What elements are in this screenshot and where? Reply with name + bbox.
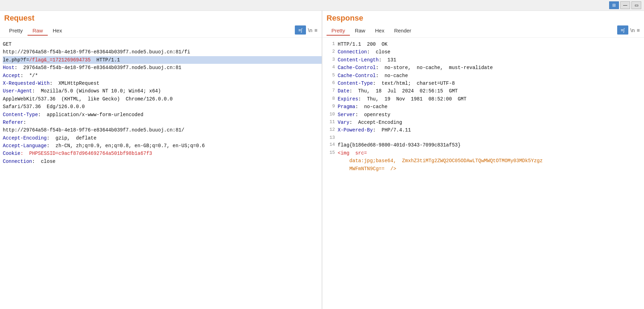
single-view-btn[interactable]: ▭ <box>631 1 641 9</box>
response-line: data:jpg;base64, ZmxhZ3tiMTg2ZWQ2OC05ODA… <box>325 157 644 165</box>
request-line: Accept-Encoding: gzip, deflate <box>3 134 322 142</box>
response-menu-btn[interactable]: ≡ <box>637 27 640 33</box>
line-number: 3 <box>325 56 335 64</box>
request-line: le.php?f=/flag&_=1721269694735 HTTP/1.1 <box>3 56 322 64</box>
split-view-btn[interactable]: ⊞ <box>609 1 619 9</box>
line-number: 15 <box>325 149 335 157</box>
response-panel: Response Pretty Raw Hex Render ≡∫ \n ≡ 1… <box>322 11 644 309</box>
request-line: User-Agent: Mozilla/5.0 (Windows NT 10.0… <box>3 87 322 95</box>
line-number <box>325 157 335 165</box>
request-panel: Request Pretty Raw Hex ≡∫ \n ≡ GEThttp:/… <box>0 11 322 309</box>
request-menu-btn[interactable]: ≡ <box>314 27 317 33</box>
line-number: 11 <box>325 119 335 126</box>
response-line: 13 <box>325 134 644 142</box>
line-number: 9 <box>325 103 335 111</box>
response-line: 4Cache-Control: no-store, no-cache, must… <box>325 64 644 71</box>
response-line: 3Content-Length: 131 <box>325 56 644 64</box>
request-line: http://29764a58-f54b-4e18-9f76-e83644b03… <box>3 126 322 134</box>
request-line: Safari/537.36 Edg/126.0.0.0 <box>3 103 322 111</box>
request-line: http://29764a58-f54b-4e18-9f76-e83644b03… <box>3 48 322 56</box>
response-line: 15<img src= <box>325 149 644 157</box>
request-title: Request <box>4 14 317 23</box>
response-line: 12X-Powered-By: PHP/7.4.11 <box>325 126 644 134</box>
response-line: 11Vary: Accept-Encoding <box>325 119 644 126</box>
line-number <box>325 165 335 173</box>
line-number: 12 <box>325 126 335 134</box>
request-tab-bar: Pretty Raw Hex ≡∫ \n ≡ <box>4 24 317 36</box>
request-line: Accept-Language: zh-CN, zh;q=0.9, en;q=0… <box>3 142 322 150</box>
line-number: 6 <box>325 80 335 87</box>
line-number: 13 <box>325 134 335 142</box>
request-header: Request Pretty Raw Hex ≡∫ \n ≡ <box>0 11 322 38</box>
line-number: 1 <box>325 40 335 48</box>
line-number: 7 <box>325 87 335 95</box>
request-line: Accept: */* <box>3 72 322 80</box>
request-content: GEThttp://29764a58-f54b-4e18-9f76-e83644… <box>0 38 322 309</box>
response-line: 6Content-Type: text/html; charset=UTF-8 <box>325 80 644 87</box>
response-newline-btn[interactable]: \n <box>630 27 635 33</box>
response-title: Response <box>327 14 640 23</box>
request-line: Host: 29764a58-f54b-4e18-9f76-e83644b039… <box>3 64 322 71</box>
response-wrap-btn[interactable]: ≡∫ <box>617 25 628 35</box>
response-tab-bar: Pretty Raw Hex Render ≡∫ \n ≡ <box>327 24 640 36</box>
tab-request-raw[interactable]: Raw <box>28 26 48 36</box>
response-header: Response Pretty Raw Hex Render ≡∫ \n ≡ <box>322 11 644 38</box>
response-line: 2Connection: close <box>325 48 644 56</box>
tab-request-pretty[interactable]: Pretty <box>4 26 28 36</box>
request-line: AppleWebKit/537.36 (KHTML, like Gecko) C… <box>3 95 322 103</box>
tab-response-raw[interactable]: Raw <box>350 26 370 36</box>
request-newline-btn[interactable]: \n <box>308 27 313 33</box>
line-number: 14 <box>325 141 335 149</box>
line-number: 5 <box>325 72 335 80</box>
response-line: 1HTTP/1.1 200 OK <box>325 40 644 48</box>
response-line: 8Expires: Thu, 19 Nov 1981 08:52:00 GMT <box>325 95 644 103</box>
request-line: Cookie: PHPSESSID=c9acf87d964692764a501b… <box>3 150 322 157</box>
line-number: 2 <box>325 48 335 56</box>
response-line: 9Pragma: no-cache <box>325 103 644 111</box>
request-line: Referer: <box>3 119 322 126</box>
request-line: X-Requested-With: XMLHttpRequest <box>3 80 322 87</box>
response-line: 10Server: openresty <box>325 111 644 119</box>
response-line: MWFmNTN9Cg== /> <box>325 165 644 173</box>
tab-response-pretty[interactable]: Pretty <box>327 26 350 36</box>
tab-response-render[interactable]: Render <box>389 26 416 36</box>
line-number: 8 <box>325 95 335 103</box>
response-line: 14flag{b186ed68-9800-401d-9343-7099c831a… <box>325 141 644 149</box>
request-line: Content-Type: application/x-www-form-url… <box>3 111 322 119</box>
top-bar: ⊞ — ▭ <box>0 0 644 11</box>
response-line: 5Cache-Control: no-cache <box>325 72 644 80</box>
line-number: 4 <box>325 64 335 71</box>
request-line: Connection: close <box>3 158 322 165</box>
tab-request-hex[interactable]: Hex <box>48 26 67 36</box>
horizontal-view-btn[interactable]: — <box>620 1 630 9</box>
response-content: 1HTTP/1.1 200 OK2Connection: close3Conte… <box>322 38 644 309</box>
tab-response-hex[interactable]: Hex <box>370 26 389 36</box>
line-number: 10 <box>325 111 335 119</box>
request-line: GET <box>3 40 322 48</box>
response-line: 7Date: Thu, 18 Jul 2024 02:56:15 GMT <box>325 87 644 95</box>
request-wrap-btn[interactable]: ≡∫ <box>295 25 306 35</box>
